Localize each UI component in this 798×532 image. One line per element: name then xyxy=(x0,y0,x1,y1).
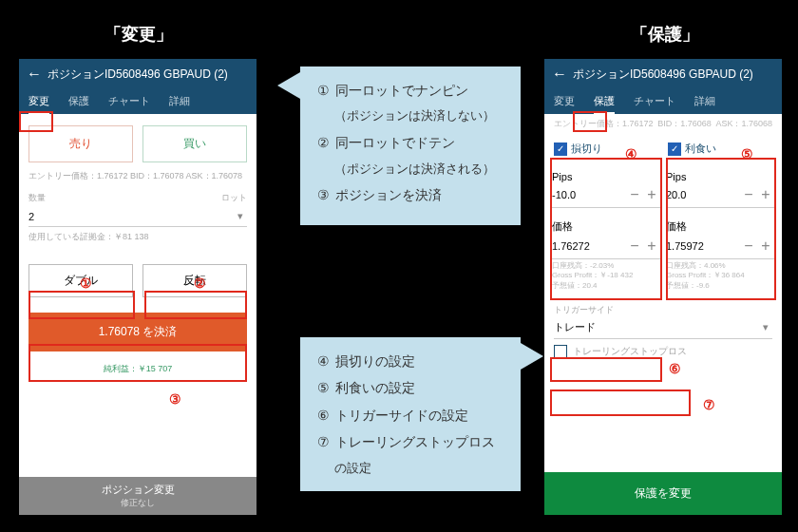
callout-num: ① xyxy=(317,80,330,101)
minus-button[interactable]: − xyxy=(626,186,643,203)
callout-num: ⑥ xyxy=(317,405,330,426)
circ-num-6: ⑥ xyxy=(669,361,681,376)
tab-chart[interactable]: チャート xyxy=(624,89,685,114)
checkbox-icon: ✓ xyxy=(668,142,681,156)
margin-used: 使用している証拠金：￥81 138 xyxy=(19,229,256,245)
sl-label: 損切り xyxy=(571,142,602,156)
price-row: エントリー価格：1.76172 BID：1.76068 ASK：1.76068 xyxy=(544,114,782,134)
sell-buy-row: 売り 買い xyxy=(19,120,256,168)
sl-price-field[interactable]: 1.76272 − + xyxy=(552,234,660,259)
callout-text: トレーリングストップロス xyxy=(335,431,495,452)
sell-button[interactable]: 売り xyxy=(28,125,133,162)
minus-button[interactable]: − xyxy=(740,186,757,203)
tp-price-value: 1.75972 xyxy=(666,240,704,252)
callout-text: トリガーサイドの設定 xyxy=(335,405,468,426)
trailing-label: トレーリングストップロス xyxy=(573,345,687,358)
callout-num: ③ xyxy=(317,184,330,205)
callout-left: ①同一ロットでナンピン （ポジションは決済しない） ②同一ロットでドテン （ポジ… xyxy=(300,66,521,225)
quantity-field[interactable]: 2 ▾ xyxy=(28,206,247,227)
plus-button[interactable]: + xyxy=(643,238,660,255)
arrow-back-icon[interactable]: ← xyxy=(552,66,567,83)
sl-gross-profit: Gross Profit：￥-18 432 xyxy=(552,271,660,280)
callout-text: 損切りの設定 xyxy=(335,351,415,371)
tab-chart[interactable]: チャート xyxy=(99,89,160,114)
column-label-right: 「保護」 xyxy=(631,23,699,46)
quantity-label: 数量 xyxy=(28,192,46,204)
callout-subtext: （ポジションは決済される） xyxy=(317,160,504,180)
tp-checkbox-row[interactable]: ✓ 利食い xyxy=(666,138,774,160)
checkbox-icon xyxy=(554,345,567,358)
page-title: ポジションID5608496 GBPAUD (2) xyxy=(573,66,753,83)
tabs: 変更 保護 チャート 詳細 xyxy=(544,89,782,114)
checkbox-icon: ✓ xyxy=(554,142,567,156)
bid-label: BID：1.76068 xyxy=(657,118,712,130)
sl-checkbox-row[interactable]: ✓ 損切り xyxy=(552,138,660,160)
bottom-sub-label: 修正なし xyxy=(19,497,256,509)
circ-num-1: ① xyxy=(80,276,92,291)
callout-num: ⑦ xyxy=(317,431,330,452)
minus-button[interactable]: − xyxy=(626,238,643,255)
sl-price-value: 1.76272 xyxy=(552,240,590,252)
tp-stats: 口座残高：4.06% Gross Profit：￥36 864 予想値：-9.6 xyxy=(666,259,774,296)
ask-label: ASK：1.76068 xyxy=(715,118,772,130)
price-label: 価格 xyxy=(666,220,687,232)
callout-num: ④ xyxy=(317,351,330,371)
plus-button[interactable]: + xyxy=(757,238,774,255)
plus-button[interactable]: + xyxy=(643,186,660,203)
trigger-value: トレード xyxy=(554,320,596,334)
tab-change[interactable]: 変更 xyxy=(544,89,584,114)
quantity-value: 2 xyxy=(28,211,34,222)
tab-change[interactable]: 変更 xyxy=(19,89,59,114)
minus-button[interactable]: − xyxy=(740,238,757,255)
phone-header: ← ポジションID5608496 GBPAUD (2) xyxy=(544,59,782,89)
protect-change-button[interactable]: 保護を変更 xyxy=(544,472,782,515)
tab-protect[interactable]: 保護 xyxy=(584,89,624,114)
lot-label: ロット xyxy=(221,192,247,204)
phone-right: ← ポジションID5608496 GBPAUD (2) 変更 保護 チャート 詳… xyxy=(544,59,782,515)
pips-label: Pips xyxy=(666,171,686,182)
buy-button[interactable]: 買い xyxy=(142,125,247,162)
settle-button[interactable]: 1.76078 を決済 xyxy=(28,313,247,352)
arrow-back-icon[interactable]: ← xyxy=(27,66,42,83)
plus-button[interactable]: + xyxy=(757,186,774,203)
trigger-select[interactable]: トレード ▾ xyxy=(554,316,772,339)
sl-pips-value: -10.0 xyxy=(552,189,576,200)
highlight-trigger-box xyxy=(550,357,662,382)
trailing-stop-row[interactable]: トレーリングストップロス xyxy=(554,345,772,358)
callout-subtext: （ポジションは決済しない） xyxy=(317,106,504,126)
sl-column: ✓ 損切り Pips -10.0 − + 価格 1.76272 − + xyxy=(552,138,660,296)
callout-text: 同一ロットでドテン xyxy=(335,132,455,153)
tp-column: ✓ 利食い Pips 20.0 − + 価格 1.75972 − + xyxy=(666,138,774,296)
column-label-left: 「変更」 xyxy=(104,23,173,46)
tabs: 変更 保護 チャート 詳細 xyxy=(19,89,256,114)
tp-estimate: 予想値：-9.6 xyxy=(666,281,774,291)
tab-detail[interactable]: 詳細 xyxy=(160,89,200,114)
entry-price-label: エントリー価格：1.76172 xyxy=(554,118,654,130)
sl-stats: 口座残高：-2.03% Gross Profit：￥-18 432 予想値：20… xyxy=(552,259,660,296)
circ-num-7: ⑦ xyxy=(703,397,715,412)
pips-label: Pips xyxy=(552,171,572,182)
highlight-trailing-box xyxy=(550,390,691,416)
tp-label: 利食い xyxy=(685,142,716,156)
circ-num-2: ② xyxy=(194,276,206,291)
callout-right: ④損切りの設定 ⑤利食いの設定 ⑥トリガーサイドの設定 ⑦トレーリングストップロ… xyxy=(300,337,521,491)
tab-protect[interactable]: 保護 xyxy=(59,89,99,114)
chevron-down-icon: ▾ xyxy=(763,321,769,333)
tab-detail[interactable]: 詳細 xyxy=(685,89,725,114)
callout-num: ⑤ xyxy=(317,377,330,398)
callout-text: ポジションを決済 xyxy=(335,184,442,205)
callout-text: 利食いの設定 xyxy=(335,377,415,398)
circ-num-4: ④ xyxy=(625,146,637,162)
sl-pips-field[interactable]: -10.0 − + xyxy=(552,182,660,208)
sl-estimate: 予想値：20.4 xyxy=(552,281,660,291)
tp-pips-field[interactable]: 20.0 − + xyxy=(666,182,774,208)
bottom-change-button[interactable]: ポジション変更 修正なし xyxy=(19,477,256,515)
callout-subtext: の設定 xyxy=(317,459,504,479)
callout-text: 同一ロットでナンピン xyxy=(335,80,468,101)
bottom-main-label: ポジション変更 xyxy=(19,483,256,497)
net-pl-label: 純利益：￥15 707 xyxy=(19,361,256,377)
chevron-down-icon: ▾ xyxy=(238,210,243,222)
tp-price-field[interactable]: 1.75972 − + xyxy=(666,234,774,259)
circ-num-3: ③ xyxy=(169,391,181,407)
phone-header: ← ポジションID5608496 GBPAUD (2) xyxy=(19,59,256,89)
